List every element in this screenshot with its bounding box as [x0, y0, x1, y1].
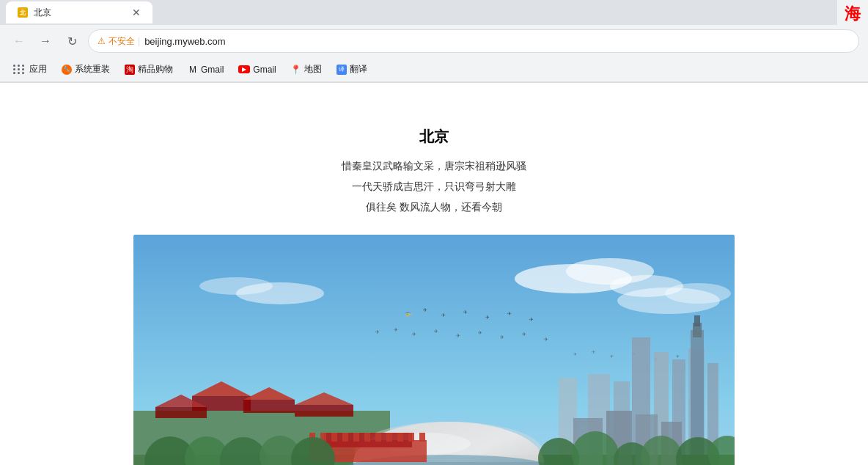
svg-point-5 [199, 277, 273, 295]
svg-rect-46 [243, 400, 295, 413]
gmail-icon: M [188, 65, 198, 75]
bookmark-jingpin[interactable]: 淘 精品购物 [119, 60, 179, 78]
tab-favicon: 北 [18, 7, 28, 18]
tab-bar: 北 北京 ✕ [0, 0, 868, 25]
youtube-icon: ▶ [238, 65, 250, 73]
svg-text:✈: ✈ [676, 354, 680, 359]
svg-text:✈: ✈ [592, 350, 595, 354]
page-title: 北京 [419, 127, 449, 147]
beijing-cityscape-svg: 🚁 ✈ ✈ ✈ ✈ ✈ ✈ ✈ ✈ ✈ ✈ ✈ ✈ ✈ ✈ ✈ ✈ ✈ ✈ ✈ … [133, 235, 735, 465]
back-button[interactable]: ← [9, 31, 29, 51]
svg-rect-66 [375, 433, 381, 442]
svg-rect-65 [364, 433, 370, 442]
refresh-button[interactable]: ↻ [62, 31, 82, 51]
bookmarks-bar: 应用 🔧 系统重装 淘 精品购物 M Gmail ▶ Gmail 📍 地图 [0, 57, 868, 82]
bookmark-apps[interactable]: 应用 [6, 60, 53, 78]
svg-rect-50 [295, 405, 353, 417]
svg-text:✈: ✈ [529, 317, 534, 322]
svg-rect-70 [419, 433, 425, 442]
page-content: 北京 惜秦皇汉武略输文采，唐宗宋祖稍逊风骚 一代天骄成吉思汗，只识弯弓射大雕 俱… [0, 83, 868, 465]
tab-label: 北京 [34, 7, 126, 19]
bookmark-gmail[interactable]: M Gmail [182, 62, 229, 78]
svg-text:✈: ✈ [394, 327, 398, 332]
svg-rect-67 [386, 433, 392, 442]
svg-text:✈: ✈ [478, 330, 482, 335]
svg-text:✈: ✈ [544, 337, 548, 342]
svg-rect-62 [331, 433, 337, 442]
poem-line3: 俱往矣 数风流人物，还看今朝 [342, 197, 526, 217]
svg-text:✈: ✈ [507, 311, 512, 316]
browser-chrome: 北 北京 ✕ ← → ↻ ⚠ 不安全 | beijing.myweb.com [0, 0, 868, 83]
svg-text:✈: ✈ [610, 354, 614, 359]
ditu-icon: 📍 [291, 65, 301, 75]
svg-text:✈: ✈ [463, 310, 468, 315]
svg-text:✈: ✈ [500, 334, 504, 340]
xitong-label: 系统重装 [75, 63, 110, 76]
security-label: 不安全 [108, 35, 135, 48]
svg-rect-38 [694, 315, 700, 326]
url-display[interactable]: beijing.myweb.com [144, 36, 850, 47]
bookmark-ditu[interactable]: 📍 地图 [285, 60, 328, 78]
svg-text:✈: ✈ [573, 352, 577, 356]
nav-bar: ← → ↻ ⚠ 不安全 | beijing.myweb.com [0, 25, 868, 57]
svg-rect-64 [353, 433, 359, 442]
forward-button[interactable]: → [35, 31, 56, 51]
apps-grid-icon [12, 63, 26, 76]
svg-rect-48 [155, 407, 207, 418]
tab-close-button[interactable]: ✕ [132, 7, 141, 18]
svg-rect-68 [397, 433, 403, 442]
svg-point-7 [665, 283, 731, 304]
svg-text:✈: ✈ [423, 307, 427, 312]
fanyi-icon: 译 [336, 65, 347, 75]
svg-text:✈: ✈ [375, 329, 380, 334]
svg-text:✈: ✈ [412, 332, 416, 337]
security-icon: ⚠ 不安全 | [98, 35, 140, 48]
youtube-label: Gmail [253, 65, 276, 75]
jingpin-icon: 淘 [125, 65, 135, 75]
address-bar[interactable]: ⚠ 不安全 | beijing.myweb.com [88, 29, 859, 53]
city-image: 🚁 ✈ ✈ ✈ ✈ ✈ ✈ ✈ ✈ ✈ ✈ ✈ ✈ ✈ ✈ ✈ ✈ ✈ ✈ ✈ … [133, 235, 735, 465]
poem-line1: 惜秦皇汉武略输文采，唐宗宋祖稍逊风骚 [342, 155, 526, 176]
gmail-label: Gmail [201, 65, 224, 75]
bookmark-youtube[interactable]: ▶ Gmail [232, 62, 282, 78]
active-tab[interactable]: 北 北京 ✕ [6, 1, 152, 23]
svg-rect-63 [342, 433, 348, 442]
svg-text:🚁: 🚁 [405, 310, 412, 317]
bookmark-xitong[interactable]: 🔧 系统重装 [56, 60, 116, 78]
poem-line2: 一代天骄成吉思汗，只识弯弓射大雕 [342, 176, 526, 197]
svg-text:✈: ✈ [441, 312, 446, 318]
svg-rect-36 [691, 330, 704, 455]
xitong-icon: 🔧 [62, 65, 72, 75]
separator: | [138, 36, 140, 46]
bookmark-fanyi[interactable]: 译 翻译 [331, 60, 373, 78]
jingpin-label: 精品购物 [138, 63, 173, 76]
poem-text: 惜秦皇汉武略输文采，唐宗宋祖稍逊风骚 一代天骄成吉思汗，只识弯弓射大雕 俱往矣 … [342, 155, 526, 217]
fanyi-label: 翻译 [350, 63, 367, 76]
svg-text:✈: ✈ [456, 333, 460, 338]
corner-badge: 海 [837, 0, 868, 28]
svg-text:✈: ✈ [522, 332, 526, 337]
ditu-label: 地图 [304, 63, 322, 76]
svg-text:✈: ✈ [485, 315, 490, 320]
apps-label: 应用 [29, 63, 47, 76]
warning-icon: ⚠ [98, 36, 106, 46]
svg-rect-69 [408, 433, 414, 442]
svg-text:✈: ✈ [434, 329, 438, 334]
